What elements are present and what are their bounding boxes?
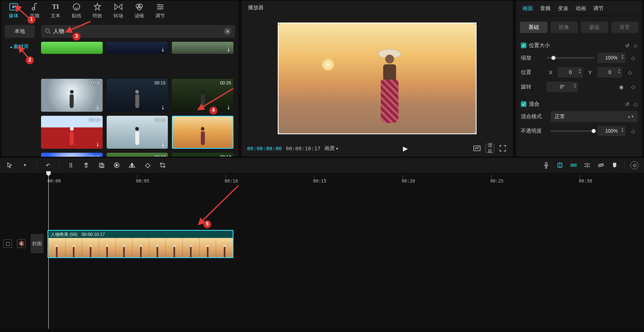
media-thumb[interactable]: 00:15⭳ (107, 79, 168, 112)
delete-button[interactable] (82, 161, 90, 169)
blend-mode-select[interactable]: 正常 ▲▼ (551, 111, 638, 122)
resize-handle[interactable] (475, 23, 477, 25)
scale-slider[interactable] (547, 57, 594, 59)
tab-audio[interactable]: 音频 (540, 5, 551, 12)
fullscreen-icon[interactable] (498, 144, 507, 153)
adjust-icon (155, 3, 165, 11)
align-icon[interactable] (583, 161, 591, 169)
download-icon[interactable]: ⭳ (161, 105, 165, 110)
pointer-tool[interactable] (6, 161, 14, 169)
position-y[interactable]: 0▲▼ (597, 67, 622, 78)
quality-button[interactable]: 画质 (324, 145, 338, 152)
undo-button[interactable]: ↶ (44, 161, 52, 169)
download-icon[interactable]: ⭳ (161, 47, 165, 52)
media-thumb-selected[interactable] (172, 116, 233, 149)
split-button[interactable] (67, 161, 75, 169)
resize-handle[interactable] (278, 23, 280, 25)
video-canvas[interactable] (278, 23, 477, 134)
media-thumb[interactable] (41, 42, 103, 54)
sidebar-library[interactable]: 素材库 (5, 40, 35, 53)
keyframe-icon[interactable]: ◇ (634, 43, 638, 49)
magnet-main-icon[interactable] (556, 161, 564, 169)
marker-icon[interactable] (611, 161, 619, 169)
chevron-down-icon[interactable]: ▼ (21, 161, 29, 169)
search-field[interactable]: ✕ (41, 25, 235, 38)
subtab-cutout[interactable]: 抠像 (551, 22, 578, 33)
download-icon[interactable]: ⭳ (226, 105, 231, 110)
media-thumb[interactable]: 00:08⭳ (41, 79, 103, 112)
search-input[interactable] (53, 28, 224, 35)
download-icon[interactable]: ⭳ (226, 47, 231, 52)
mirror-button[interactable] (128, 161, 136, 169)
position-x[interactable]: 0▲▼ (558, 67, 583, 78)
tab-label: 贴纸 (72, 12, 81, 19)
play-button[interactable]: ▶ (342, 145, 469, 152)
media-thumb[interactable]: 00:26⭳ (172, 79, 233, 112)
thumb-duration: 00:43 (155, 154, 166, 157)
magnet-icon[interactable] (570, 161, 578, 169)
media-thumb[interactable]: ⭳ (172, 42, 233, 54)
scale-value[interactable]: 100%▲▼ (597, 53, 625, 63)
cover-button[interactable]: 封面 (31, 234, 43, 253)
tab-adjust[interactable]: 调节 (155, 3, 165, 19)
tab-tune[interactable]: 调节 (593, 5, 604, 12)
checkbox-icon[interactable]: ✔ (521, 101, 526, 107)
time-ruler[interactable]: 00:00 00:05 00:10 00:15 00:20 00:25 00:3… (47, 173, 644, 182)
subtab-mask[interactable]: 蒙版 (581, 22, 608, 33)
tab-media[interactable]: 媒体 (9, 3, 19, 19)
keyframe-icon[interactable]: ◇ (634, 101, 638, 107)
clip-duration: 00:00:10:17 (82, 232, 105, 237)
keyframe-icon[interactable]: ◇ (629, 82, 638, 91)
mute-button[interactable]: 🔇 (17, 239, 26, 248)
keyframe-icon[interactable]: ◇ (629, 53, 638, 62)
media-thumb[interactable]: 00:08⭳ (41, 153, 103, 157)
resize-handle[interactable] (278, 132, 280, 134)
reset-icon[interactable]: ↺ (625, 43, 630, 49)
timeline-clip[interactable]: 人物唯美 (58) 00:00:10:17 (47, 230, 233, 258)
section-blend: ✔混合 ↺ ◇ 混合模式 正常 ▲▼ 不透明度 100%▲▼ ◇ (516, 96, 642, 140)
media-thumb[interactable]: 00:14⭳ (41, 116, 103, 149)
download-icon[interactable]: ⭳ (161, 141, 165, 147)
svg-point-7 (161, 6, 163, 8)
crop-button[interactable] (97, 161, 105, 169)
rotate-dial-icon[interactable]: ◉ (617, 82, 625, 91)
tab-filter[interactable]: 滤镜 (134, 3, 144, 19)
reverse-button[interactable] (113, 161, 121, 169)
checkbox-icon[interactable]: ✔ (521, 43, 526, 48)
tab-sticker[interactable]: 贴纸 (72, 3, 81, 19)
download-icon[interactable]: ⭳ (95, 141, 100, 147)
rotate-value[interactable]: 0°▲▼ (547, 82, 578, 92)
reset-icon[interactable]: ↺ (625, 101, 630, 107)
opacity-value[interactable]: 100%▲▼ (597, 126, 625, 136)
tab-effect[interactable]: 特效 (93, 3, 102, 19)
keyframe-icon[interactable]: ◇ (629, 127, 638, 135)
media-thumb[interactable]: 00:13⭳ (172, 153, 233, 157)
zoom-fit-icon[interactable]: ⊙ (630, 161, 638, 169)
media-thumb[interactable]: ⭳ (107, 42, 168, 54)
tab-picture[interactable]: 画面 (522, 5, 533, 12)
tab-transition[interactable]: 转场 (114, 3, 123, 19)
mic-icon[interactable] (542, 161, 550, 169)
tab-audio[interactable]: 音频 (30, 3, 39, 19)
media-thumb[interactable]: 00:18⭳ (107, 116, 168, 149)
opacity-slider[interactable] (551, 130, 594, 132)
compare-icon[interactable] (473, 144, 481, 153)
resize-handle[interactable] (475, 132, 477, 134)
track-toggle-button[interactable]: ▢ (3, 239, 12, 248)
download-icon[interactable]: ⭳ (95, 105, 100, 110)
tab-animation[interactable]: 动画 (576, 5, 586, 12)
subtab-basic[interactable]: 基础 (520, 22, 547, 33)
media-thumb[interactable]: 00:43⭳ (107, 153, 168, 157)
total-time: 00:00:10:17 (286, 146, 320, 152)
clear-search-button[interactable]: ✕ (224, 28, 231, 35)
fit-button[interactable]: 适应 (485, 144, 494, 153)
crop2-button[interactable] (159, 161, 167, 169)
rotate-button[interactable] (143, 161, 151, 169)
preview-off-icon[interactable] (597, 161, 605, 169)
sidebar-local[interactable]: 本地 (5, 25, 35, 38)
tab-text[interactable]: TI 文本 (51, 3, 60, 19)
keyframe-icon[interactable]: ◇ (625, 68, 634, 77)
player-stage[interactable] (244, 17, 510, 140)
subtab-background[interactable]: 背景 (611, 22, 639, 33)
tab-speed[interactable]: 变速 (558, 5, 568, 12)
